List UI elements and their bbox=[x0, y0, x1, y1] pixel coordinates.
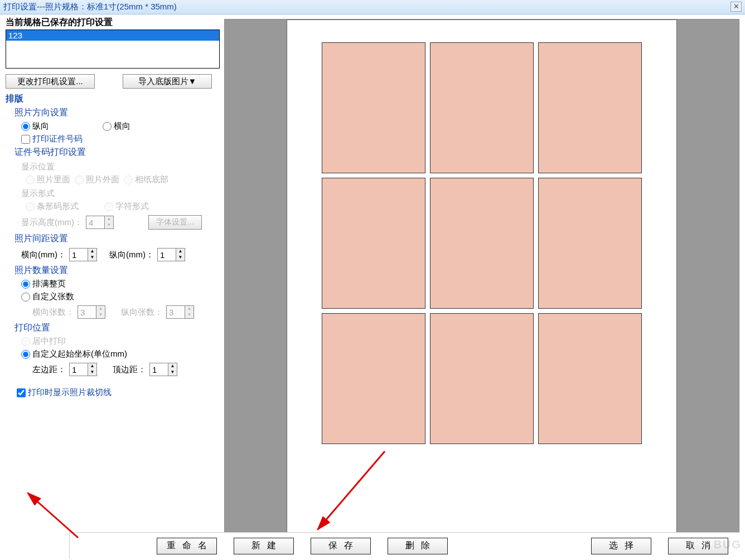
preview-page bbox=[287, 20, 677, 548]
saved-settings-list[interactable]: 123 bbox=[6, 30, 220, 69]
quantity-full-page[interactable]: 排满整页 bbox=[21, 279, 66, 289]
pos-outside: 照片外面 bbox=[75, 174, 119, 185]
print-cert-number-checkbox[interactable]: 打印证件号码 bbox=[21, 134, 83, 144]
list-item[interactable]: 123 bbox=[6, 30, 219, 41]
top-margin-label: 顶边距： bbox=[113, 364, 146, 375]
position-custom[interactable]: 自定义起始坐标(单位mm) bbox=[21, 349, 127, 359]
layout-group-label: 排版 bbox=[6, 93, 219, 105]
display-form-label: 显示形式 bbox=[21, 188, 219, 199]
h-spacing-spinner[interactable]: ▲▼ bbox=[69, 248, 97, 261]
window-title: 打印设置---照片规格：标准1寸(25mm * 35mm) bbox=[3, 2, 177, 12]
form-char: 字符形式 bbox=[104, 201, 149, 212]
preview-panel bbox=[224, 19, 739, 548]
delete-button[interactable]: 删除 bbox=[388, 538, 448, 554]
rename-button[interactable]: 重命名 bbox=[157, 538, 217, 554]
left-panel: 当前规格已保存的打印设置 123 更改打印机设置... 导入底版图片▼ 排版 照… bbox=[0, 14, 224, 548]
close-icon[interactable]: ✕ bbox=[731, 2, 742, 12]
photo-placeholder bbox=[322, 178, 425, 309]
printer-settings-button[interactable]: 更改打印机设置... bbox=[6, 74, 95, 89]
save-button[interactable]: 保存 bbox=[311, 538, 371, 554]
h-spacing-label: 横向(mm)： bbox=[21, 250, 66, 260]
photo-placeholder bbox=[430, 178, 534, 309]
v-count-label: 纵向张数： bbox=[121, 307, 163, 318]
spacing-label: 照片间距设置 bbox=[14, 233, 219, 245]
left-margin-spinner[interactable]: ▲▼ bbox=[69, 363, 97, 376]
pos-bottom: 相纸底部 bbox=[124, 174, 168, 185]
bottom-toolbar: 重命名 新建 保存 删除 选择 取消 bbox=[69, 532, 739, 559]
display-height-spinner: ▲▼ bbox=[86, 216, 114, 229]
h-count-label: 横向张数： bbox=[32, 307, 74, 318]
photo-placeholder bbox=[322, 42, 425, 173]
quantity-label: 照片数量设置 bbox=[14, 265, 219, 276]
pos-inside: 照片里面 bbox=[26, 174, 70, 185]
top-margin-spinner[interactable]: ▲▼ bbox=[149, 363, 177, 376]
font-settings-button: 字体设置... bbox=[148, 215, 202, 230]
titlebar: 打印设置---照片规格：标准1寸(25mm * 35mm) ✕ bbox=[0, 0, 745, 14]
quantity-custom[interactable]: 自定义张数 bbox=[21, 291, 74, 302]
v-spacing-label: 纵向(mm)： bbox=[109, 250, 154, 260]
watermark: BUG bbox=[714, 538, 742, 551]
orientation-label: 照片方向设置 bbox=[14, 107, 219, 119]
select-button[interactable]: 选择 bbox=[591, 538, 651, 554]
h-count-spinner: ▲▼ bbox=[78, 305, 105, 319]
saved-settings-label: 当前规格已保存的打印设置 bbox=[6, 17, 219, 28]
left-margin-label: 左边距： bbox=[32, 364, 66, 375]
form-barcode: 条形码形式 bbox=[26, 201, 79, 212]
new-button[interactable]: 新建 bbox=[234, 538, 294, 554]
cert-settings-label: 证件号码打印设置 bbox=[14, 147, 219, 158]
show-cut-lines-checkbox[interactable]: 打印时显示照片裁切线 bbox=[17, 387, 112, 398]
photo-placeholder bbox=[430, 313, 534, 444]
display-height-label: 显示高度(mm)： bbox=[21, 217, 83, 228]
photo-placeholder bbox=[538, 313, 642, 444]
photo-placeholder bbox=[322, 313, 425, 444]
position-label: 打印位置 bbox=[14, 322, 219, 334]
v-count-spinner: ▲▼ bbox=[166, 305, 194, 319]
orientation-portrait[interactable]: 纵向 bbox=[21, 121, 49, 132]
orientation-landscape[interactable]: 横向 bbox=[103, 121, 130, 132]
display-position-label: 显示位置 bbox=[21, 162, 219, 172]
import-base-image-button[interactable]: 导入底版图片▼ bbox=[123, 74, 212, 89]
photo-placeholder bbox=[430, 42, 534, 173]
v-spacing-spinner[interactable]: ▲▼ bbox=[157, 248, 185, 261]
position-center: 居中打印 bbox=[21, 336, 66, 347]
photo-placeholder bbox=[538, 178, 642, 309]
photo-placeholder bbox=[538, 42, 642, 173]
